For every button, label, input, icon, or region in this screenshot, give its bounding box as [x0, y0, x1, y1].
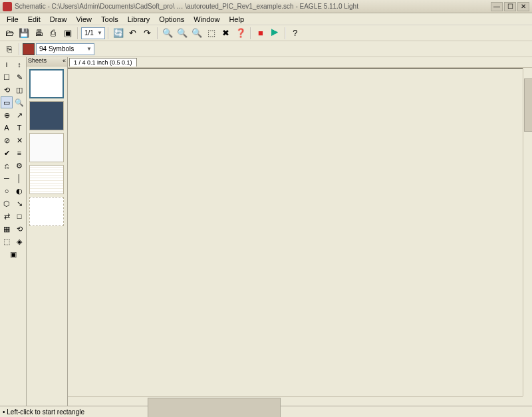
bus-tool[interactable]: ≡	[13, 147, 25, 159]
pad-tool[interactable]: ▣	[7, 248, 19, 260]
menu-file[interactable]: File	[3, 14, 23, 25]
menu-options[interactable]: Options	[155, 14, 188, 25]
go-icon[interactable]: ❓	[234, 27, 247, 40]
collapse-icon[interactable]: «	[63, 57, 66, 66]
smash-tool[interactable]: ⎌	[1, 160, 13, 172]
redo-icon[interactable]: ↷	[141, 27, 154, 40]
rect-tool[interactable]: ▭	[1, 96, 13, 108]
menu-library[interactable]: Library	[124, 14, 154, 25]
split-tool[interactable]: ✕	[13, 134, 25, 146]
sheets-header: Sheets «	[27, 57, 67, 67]
grid-tool[interactable]: ▦	[1, 223, 13, 235]
title-text: Schematic - C:\Users\Admin\Documents\Cad…	[15, 3, 491, 10]
refresh-icon[interactable]: 🔄	[112, 27, 125, 40]
canvas-header: 1 / 4 0.1 inch (0.5 0.1)	[68, 57, 532, 68]
erc-tool[interactable]: ✔	[1, 147, 13, 159]
zoom-fit-icon[interactable]: 🔍	[161, 27, 174, 40]
main-toolbar: 🗁 💾 🖶 ⎙ ▣ 1/1 🔄 ↶ ↷ 🔍 🔍 🔍 ⬚ ✖ ❓ ■ ⯈ ?	[0, 25, 532, 41]
horizontal-scrollbar[interactable]	[68, 396, 523, 406]
toolbar-separator	[19, 43, 20, 55]
toolbar-separator	[285, 27, 286, 39]
tool-palette: i ↕ ☐ ✎ ⟲ ◫ ▭ 🔍 ⊕ ↗ A T ⊘ ✕ ✔ ≡ ⎌ ⚙ ─ │ …	[0, 57, 27, 406]
sheet-thumb-5[interactable]	[29, 197, 64, 226]
add-tool[interactable]: ⊕	[1, 109, 13, 121]
sheet-icon[interactable]: ⎘	[3, 43, 16, 56]
status-text: • Left-click to start rectangle	[3, 408, 84, 416]
zoom-in-icon[interactable]: 🔍	[176, 27, 189, 40]
change-tool[interactable]: ✎	[13, 71, 25, 83]
canvas-tab[interactable]: 1 / 4 0.1 inch (0.5 0.1)	[69, 58, 137, 67]
net-tool[interactable]: │	[13, 172, 25, 184]
group-tool[interactable]: ☐	[1, 71, 13, 83]
menu-draw[interactable]: Draw	[46, 14, 71, 25]
stop-icon[interactable]: ■	[254, 27, 267, 40]
cam-icon[interactable]: ⎙	[47, 27, 60, 40]
sheet-thumb-2[interactable]	[29, 101, 64, 130]
toolbar-separator	[250, 27, 251, 39]
help-icon[interactable]: ?	[289, 27, 302, 40]
menubar: File Edit Draw View Tools Library Option…	[0, 13, 532, 25]
open-icon[interactable]: 🗁	[3, 27, 16, 40]
close-button[interactable]: ✕	[517, 2, 529, 11]
zoom-tool[interactable]: 🔍	[13, 96, 25, 108]
polygon-tool[interactable]: ⬡	[1, 198, 13, 209]
zoom-out-icon[interactable]: 🔍	[190, 27, 203, 40]
undo-icon[interactable]: ↶	[126, 27, 140, 40]
menu-edit[interactable]: Edit	[24, 14, 45, 25]
save-icon[interactable]: 💾	[17, 27, 31, 40]
copy-tool[interactable]: ◫	[13, 84, 25, 96]
sheet-thumb-1[interactable]	[29, 69, 64, 98]
menu-view[interactable]: View	[72, 14, 96, 25]
layer-toolbar: ⎘ 94 Symbols	[0, 41, 532, 57]
zoom-select[interactable]: 1/1	[81, 27, 105, 39]
vertical-scrollbar[interactable]	[523, 68, 532, 396]
label-tool[interactable]: A	[1, 122, 13, 134]
toolbar-separator	[108, 27, 109, 39]
menu-help[interactable]: Help	[225, 14, 248, 25]
mirror-tool[interactable]: ↘	[13, 198, 25, 209]
sheets-title: Sheets	[28, 57, 47, 66]
exec-icon[interactable]: ⯈	[269, 27, 282, 40]
replace-tool[interactable]: ⟲	[13, 223, 25, 235]
minimize-button[interactable]: —	[491, 2, 503, 11]
sheet-thumb-3[interactable]	[29, 133, 64, 162]
name-tool[interactable]: ↗	[13, 109, 25, 121]
move-tool[interactable]: ↕	[13, 59, 25, 70]
circle-tool[interactable]: ○	[1, 185, 13, 197]
titlebar: Schematic - C:\Users\Admin\Documents\Cad…	[0, 0, 532, 13]
menu-window[interactable]: Window	[190, 14, 223, 25]
wire-tool[interactable]: ─	[1, 172, 13, 184]
board-icon[interactable]: ▣	[61, 27, 74, 40]
cancel-icon[interactable]: ✖	[219, 27, 233, 40]
print-icon[interactable]: 🖶	[32, 27, 45, 40]
schematic-canvas[interactable]: power & resets power block regulators RE…	[68, 68, 523, 69]
sheets-panel: Sheets «	[27, 57, 68, 406]
app-icon	[3, 2, 12, 11]
layer-color-swatch[interactable]	[23, 43, 35, 55]
vscroll-thumb[interactable]	[524, 78, 532, 132]
frame-tool[interactable]: □	[13, 210, 25, 222]
marker-tool[interactable]: ⬚	[1, 235, 13, 247]
delete-tool[interactable]: ⊘	[1, 134, 13, 146]
info-tool[interactable]: i	[1, 59, 13, 70]
text-tool[interactable]: T	[13, 122, 25, 134]
zoom-select-icon[interactable]: ⬚	[205, 27, 218, 40]
toolbar-separator	[77, 27, 78, 39]
swap-tool[interactable]: ⇄	[1, 210, 13, 222]
layer-select[interactable]: 94 Symbols	[36, 43, 94, 55]
sheet-thumb-4[interactable]	[29, 165, 64, 194]
dim-tool[interactable]: ◈	[13, 235, 25, 247]
menu-tools[interactable]: Tools	[97, 14, 122, 25]
toolbar-separator	[157, 27, 158, 39]
value-tool[interactable]: ⚙	[13, 160, 25, 172]
hscroll-thumb[interactable]	[148, 398, 281, 417]
maximize-button[interactable]: ☐	[504, 2, 516, 11]
arc-tool[interactable]: ◐	[13, 185, 25, 197]
rotate-tool[interactable]: ⟲	[1, 84, 13, 96]
canvas-wrap: 1 / 4 0.1 inch (0.5 0.1) power & resets …	[68, 57, 532, 406]
